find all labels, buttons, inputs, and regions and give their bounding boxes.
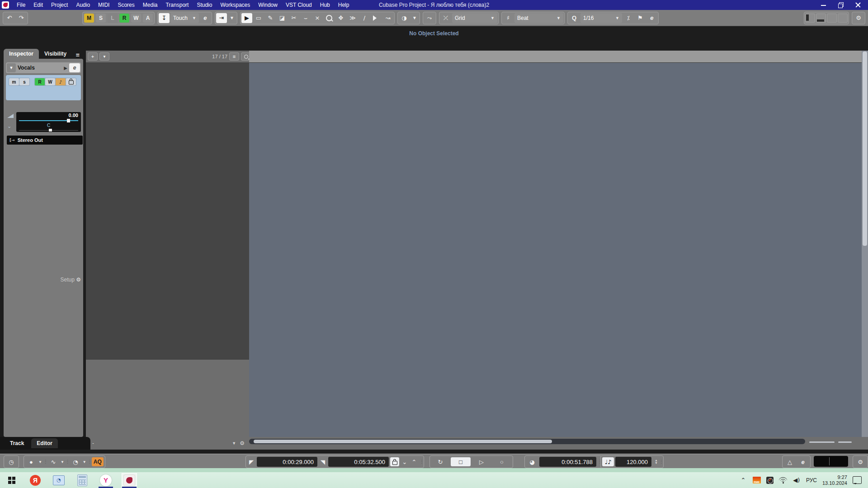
midi-record-menu-icon[interactable]: ▼ [83,460,86,464]
audition-tool-icon[interactable] [371,13,382,23]
menu-item-media[interactable]: Media [139,2,162,8]
menu-item-scores[interactable]: Scores [113,2,138,8]
transport-gear-icon[interactable]: ⚙ [854,457,866,466]
constrain-delay-icon[interactable]: ◷ [5,457,17,466]
mute-tool-icon[interactable]: × [312,13,323,23]
range-selection-tool-icon[interactable]: ▭ [253,13,264,23]
snap-icon[interactable]: ⤫ [440,13,451,23]
quantize-select[interactable]: 1/16▼ [580,13,622,23]
scrub-tool-icon[interactable]: ↝ [382,13,393,23]
volume-tray-icon[interactable]: ◀) [793,477,801,484]
menu-item-file[interactable]: File [13,2,29,8]
object-selection-tool-icon[interactable]: ▶ [241,13,252,23]
musical-mode-icon[interactable]: ♪ [56,78,66,85]
inspector-menu-icon[interactable]: = [76,52,80,59]
volume-handle[interactable] [67,119,70,122]
transport-zone-toggle-icon[interactable] [838,14,848,23]
read-automation-button[interactable]: R [35,78,45,85]
automation-panel-icon[interactable]: ↧ [159,13,170,23]
menu-item-project[interactable]: Project [47,2,72,8]
global-w-button[interactable]: W [131,14,141,23]
snap-type-select[interactable]: Grid▼ [452,13,497,23]
vertical-scroll-thumb[interactable] [863,52,867,246]
taskbar-presentation-app[interactable]: ◔ [51,473,66,487]
color-tool-icon[interactable]: ◑ [399,13,410,23]
audio-record-mode-icon[interactable]: ∿ [47,457,59,466]
output-routing[interactable]: [→ Stereo Out [7,136,83,145]
zoom-tool-icon[interactable] [324,13,335,23]
edit-channel-icon[interactable]: e [69,63,80,72]
taskbar-browser-app[interactable]: Y [98,473,113,487]
volume-slider[interactable] [19,120,78,121]
left-locator-time[interactable]: 0:00:29.000 [257,457,317,467]
menu-item-help[interactable]: Help [334,2,354,8]
taskbar-cubase-app[interactable] [122,473,137,487]
vertical-scrollbar[interactable] [862,51,868,437]
vzoom-slider[interactable] [838,441,852,443]
menu-item-window[interactable]: Window [254,2,282,8]
timeline-ruler[interactable] [249,51,862,63]
global-r-button[interactable]: R [119,14,129,23]
nudge-icon[interactable]: ⤳ [424,13,435,23]
menu-item-audio[interactable]: Audio [72,2,94,8]
draw-tool-icon[interactable]: ✎ [265,13,276,23]
autoscroll-icon[interactable]: ⇥ [216,13,227,23]
start-button[interactable] [4,473,19,487]
tab-inspector[interactable]: Inspector [4,49,39,59]
tab-track[interactable]: Track [5,438,29,448]
global-s-button[interactable]: S [96,14,106,23]
solo-button[interactable]: s [19,78,29,85]
rme-tray-icon[interactable]: RME [753,477,761,483]
record-mode-menu-icon[interactable]: ▼ [38,460,42,464]
glue-tool-icon[interactable]: ⌣ [300,13,311,23]
automation-mode-select[interactable]: Touch▼ [170,13,199,23]
erase-tool-icon[interactable]: ◪ [277,13,288,23]
setup-gear-icon[interactable]: ⚙ [76,277,81,283]
pan-value[interactable]: C [16,123,81,128]
grid-type-select[interactable]: Beat▼ [514,13,563,23]
notification-icon[interactable] [853,476,862,484]
expand-arrow-icon[interactable]: ▶ [64,66,67,70]
menu-item-vst-cloud[interactable]: VST Cloud [282,2,316,8]
inspector-setup[interactable]: Setup ⚙ [4,277,85,283]
auto-quantize-button[interactable]: AQ [92,457,104,466]
menu-item-workspaces[interactable]: Workspaces [216,2,254,8]
time-format-icon[interactable]: ◕ [526,457,538,466]
horizontal-scroll-thumb[interactable] [254,440,552,443]
audio-record-menu-icon[interactable]: ▼ [61,460,64,464]
tempo-track-icon[interactable]: ♩♪ [602,457,614,466]
menu-item-hub[interactable]: Hub [316,2,334,8]
minimize-icon[interactable] [821,2,826,8]
primary-time-display[interactable]: 0:00:51.788 [539,457,596,467]
left-locator-icon[interactable]: ◤ [247,457,255,466]
menu-item-studio[interactable]: Studio [193,2,216,8]
punch-in-icon[interactable]: ⌄ [401,457,409,466]
write-automation-button[interactable]: W [45,78,55,85]
right-locator-time[interactable]: 0:05:32.500 [328,457,389,467]
line-tool-icon[interactable]: / [359,13,370,23]
left-zone-toggle-icon[interactable] [805,14,815,23]
inspector-track-header[interactable]: ▼ Vocals ▶ e [6,62,81,73]
stop-button[interactable]: □ [451,457,471,466]
track-presets-icon[interactable]: ▼ [99,52,109,61]
iterative-quantize-icon[interactable]: ⁒ [623,13,634,23]
volume-value[interactable]: 0.00 [69,113,78,118]
global-a-button[interactable]: A [143,14,153,23]
record-button[interactable]: ○ [492,457,511,466]
cycle-button[interactable]: ↻ [431,457,449,466]
tab-editor[interactable]: Editor [31,438,58,448]
language-indicator[interactable]: РУС [806,477,817,483]
hzoom-slider[interactable] [809,441,835,443]
quantize-panel-icon[interactable]: ⚑ [635,13,646,23]
record-mode-icon[interactable]: ● [25,457,37,466]
quantize-edit-icon[interactable]: e [646,13,657,23]
pan-handle[interactable] [49,129,52,131]
track-filter-icon[interactable]: ≡ [229,52,239,61]
hand-tool-icon[interactable]: ✥ [335,13,346,23]
menu-item-transport[interactable]: Transport [161,2,193,8]
grid-options-icon[interactable]: ▼ [232,441,236,446]
mute-button[interactable]: m [9,78,19,85]
horizontal-scrollbar[interactable] [249,439,805,444]
zoom-controls[interactable] [809,439,862,445]
split-tool-icon[interactable]: ✂ [288,13,299,23]
